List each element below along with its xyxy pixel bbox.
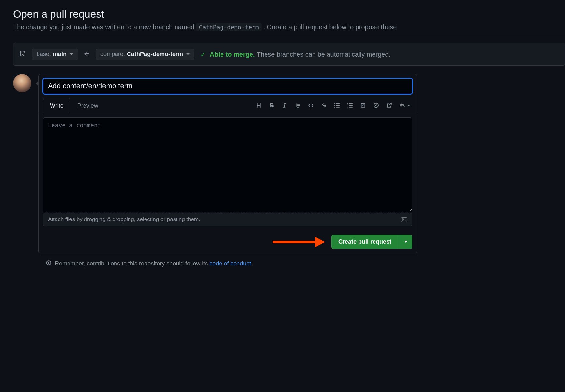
compare-bar: base: main compare: CathPag-demo-term ✓ …	[13, 43, 565, 66]
attach-files-row[interactable]: Attach files by dragging & dropping, sel…	[43, 213, 412, 226]
comment-textarea[interactable]	[43, 117, 412, 212]
create-pull-request-button[interactable]: Create pull request	[332, 235, 398, 249]
merge-status: ✓ Able to merge. These branches can be a…	[200, 51, 390, 58]
link-icon[interactable]	[321, 102, 327, 108]
italic-icon[interactable]	[282, 102, 288, 108]
svg-point-2	[334, 107, 335, 108]
tab-write[interactable]: Write	[43, 98, 70, 113]
tasklist-icon[interactable]	[360, 102, 366, 108]
user-avatar[interactable]	[13, 74, 31, 92]
check-icon: ✓	[200, 51, 206, 58]
page-title: Open a pull request	[13, 8, 565, 20]
code-icon[interactable]	[308, 102, 314, 108]
compare-branch-select[interactable]: compare: CathPag-demo-term	[96, 49, 194, 60]
ordered-list-icon[interactable]	[347, 102, 353, 108]
arrow-left-icon	[84, 51, 90, 58]
base-branch-select[interactable]: base: main	[32, 49, 78, 60]
markdown-icon[interactable]: M↓	[401, 217, 407, 222]
info-icon	[46, 260, 52, 267]
attach-hint-text: Attach files by dragging & dropping, sel…	[48, 216, 200, 223]
reply-icon[interactable]	[399, 102, 410, 108]
annotation-arrow	[273, 239, 325, 245]
caret-down-icon	[407, 105, 410, 106]
page-subtitle: The change you just made was written to …	[13, 23, 565, 36]
heading-icon[interactable]	[256, 102, 262, 108]
comment-box: Write Preview	[38, 74, 417, 253]
mention-icon[interactable]	[373, 102, 379, 108]
cross-reference-icon[interactable]	[386, 102, 392, 108]
caret-down-icon	[70, 53, 73, 55]
tab-preview[interactable]: Preview	[70, 98, 105, 113]
code-of-conduct-link[interactable]: code of conduct	[209, 260, 251, 267]
create-pull-request-dropdown[interactable]	[398, 235, 412, 249]
unordered-list-icon[interactable]	[334, 102, 340, 108]
quote-icon[interactable]	[295, 102, 301, 108]
git-compare-icon	[19, 51, 26, 58]
footer-note: Remember, contributions to this reposito…	[46, 260, 565, 267]
svg-point-1	[334, 105, 335, 106]
bold-icon[interactable]	[269, 102, 275, 108]
create-pull-request-button-group: Create pull request	[331, 235, 412, 249]
branch-name-code: CathPag-demo-term	[196, 23, 261, 31]
caret-down-icon	[404, 241, 407, 243]
caret-down-icon	[186, 53, 190, 55]
svg-point-0	[334, 103, 335, 104]
markdown-toolbar	[256, 102, 412, 108]
pr-title-input[interactable]	[43, 78, 412, 94]
